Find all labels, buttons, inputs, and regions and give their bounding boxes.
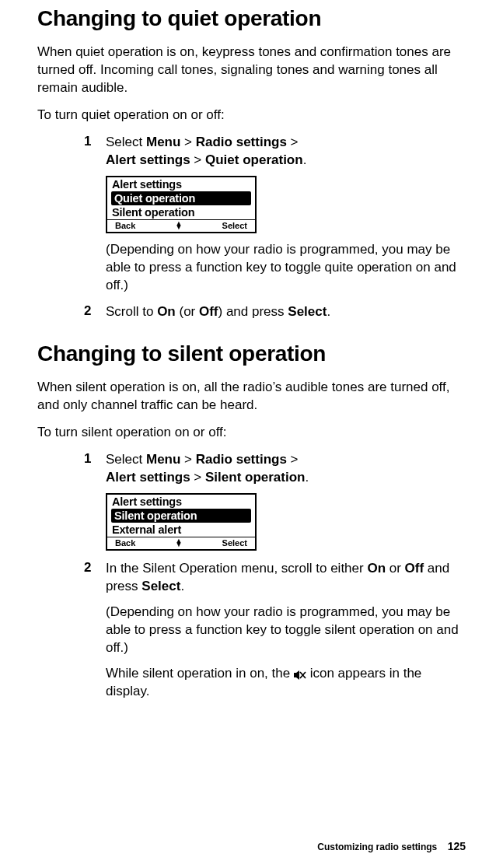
lcd-screen-quiet: Alert settings Quiet operation Silent op… <box>106 176 257 233</box>
instruction-silent: To turn silent operation on or off: <box>37 424 466 442</box>
softkey-select: Select <box>222 221 247 230</box>
mid-text: ) and press <box>218 304 288 319</box>
action-select: Select <box>288 304 327 319</box>
lcd-highlighted-row: Silent operation <box>111 509 251 523</box>
page-number: 125 <box>448 840 466 852</box>
intro-quiet: When quiet operation is on, keypress ton… <box>37 44 466 97</box>
period: . <box>303 152 307 167</box>
menu-path-menu: Menu <box>146 135 180 149</box>
step-2-quiet: 2 Scroll to On (or Off) and press Select… <box>84 303 461 321</box>
sep: > <box>180 452 195 467</box>
lcd-title: Alert settings <box>107 495 255 509</box>
menu-path-alert-settings: Alert settings <box>106 152 190 167</box>
step-2-silent: 2 In the Silent Operation menu, scroll t… <box>84 560 461 596</box>
lcd-highlighted-row: Quiet operation <box>111 191 251 205</box>
footer-label: Customizing radio settings <box>317 842 437 852</box>
intro-silent: When silent operation is on, all the rad… <box>37 379 466 415</box>
option-on: On <box>367 561 386 576</box>
menu-path-silent-operation: Silent operation <box>205 470 305 485</box>
heading-silent-operation: Changing to silent operation <box>37 341 466 366</box>
step-prefix: Select <box>106 135 146 149</box>
step-number: 2 <box>84 303 106 321</box>
step-1-silent: 1 Select Menu > Radio settings > Alert s… <box>84 451 461 487</box>
option-on: On <box>157 304 176 319</box>
mid-text: (or <box>176 304 199 319</box>
action-select: Select <box>141 579 180 593</box>
period: . <box>305 470 309 485</box>
sep: > <box>287 452 299 467</box>
period: . <box>180 579 184 593</box>
menu-path-quiet-operation: Quiet operation <box>205 152 303 167</box>
menu-path-radio-settings: Radio settings <box>196 135 287 149</box>
option-off: Off <box>405 561 424 576</box>
step-text: In the Silent Operation menu, scroll to … <box>106 560 461 596</box>
step-1-quiet-note: (Depending on how your radio is programm… <box>106 241 461 295</box>
option-off: Off <box>199 304 218 319</box>
step-text: Select Menu > Radio settings > Alert set… <box>106 134 461 170</box>
step-prefix: In the Silent Operation menu, scroll to … <box>106 561 367 576</box>
menu-path-radio-settings: Radio settings <box>196 452 287 467</box>
sep: > <box>180 135 195 149</box>
step-1-quiet: 1 Select Menu > Radio settings > Alert s… <box>84 134 461 170</box>
heading-quiet-operation: Changing to quiet operation <box>37 6 466 31</box>
mid-text: or <box>386 561 405 576</box>
lcd-title: Alert settings <box>107 177 255 191</box>
step-prefix: Scroll to <box>106 304 157 319</box>
lcd-softkey-bar: Back ▲▼ Select <box>107 537 255 549</box>
nav-arrows-icon: ▲▼ <box>175 222 182 229</box>
menu-path-menu: Menu <box>146 452 180 467</box>
softkey-back: Back <box>115 538 135 548</box>
menu-path-alert-settings: Alert settings <box>106 470 190 485</box>
step-2-silent-note: (Depending on how your radio is programm… <box>106 604 461 657</box>
period: . <box>327 304 330 319</box>
lcd-row: Silent operation <box>107 205 255 219</box>
softkey-back: Back <box>115 221 135 230</box>
nav-arrows-icon: ▲▼ <box>175 539 182 547</box>
page-footer: Customizing radio settings 125 <box>317 840 466 852</box>
sep: > <box>190 470 205 485</box>
sound-off-icon <box>294 668 306 679</box>
icon-note-prefix: While silent operation in on, the <box>106 666 294 681</box>
lcd-screen-silent: Alert settings Silent operation External… <box>106 493 257 551</box>
step-text: Scroll to On (or Off) and press Select. <box>106 303 461 321</box>
step-prefix: Select <box>106 452 146 467</box>
sep: > <box>190 152 205 167</box>
step-number: 1 <box>84 134 106 170</box>
step-number: 1 <box>84 451 106 487</box>
svg-marker-0 <box>294 670 299 680</box>
icon-note: While silent operation in on, the icon a… <box>106 665 461 701</box>
lcd-row: External alert <box>107 523 255 537</box>
instruction-quiet: To turn quiet operation on or off: <box>37 107 466 124</box>
lcd-softkey-bar: Back ▲▼ Select <box>107 219 255 232</box>
softkey-select: Select <box>222 538 247 548</box>
step-number: 2 <box>84 560 106 596</box>
step-text: Select Menu > Radio settings > Alert set… <box>106 451 461 487</box>
sep: > <box>287 135 299 149</box>
